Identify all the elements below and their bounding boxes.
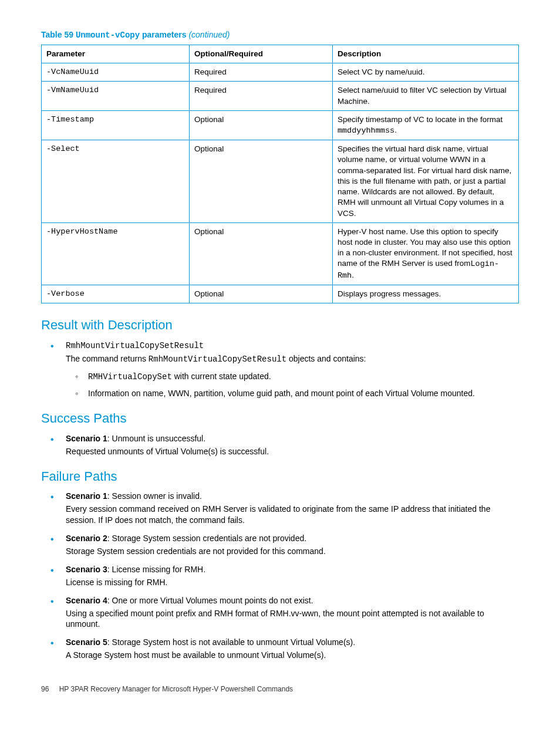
table-row: -VcNameUuid Required Select VC by name/u…	[42, 63, 519, 82]
list-item: Scenario 4: One or more Virtual Volumes …	[58, 595, 519, 630]
scenario-label: Scenario 2	[66, 534, 107, 543]
heading-failure: Failure Paths	[41, 468, 519, 485]
failure-list: Scenario 1: Session owner is invalid. Ev…	[41, 491, 519, 661]
list-item: Scenario 5: Storage System host is not a…	[58, 637, 519, 661]
param-req: Required	[190, 63, 333, 82]
scenario-label: Scenario 3	[66, 565, 107, 574]
scenario-detail: Every session command received on RMH Se…	[66, 504, 519, 526]
scenario-label: Scenario 5	[66, 637, 107, 647]
success-list: Scenario 1: Unmount is unsuccessful. Req…	[41, 433, 519, 457]
col-description: Description	[332, 45, 518, 63]
list-item: Scenario 1: Unmount is unsuccessful. Req…	[58, 433, 519, 457]
param-name: -VcNameUuid	[42, 63, 190, 82]
param-req: Optional	[190, 110, 333, 140]
table-row: -HypervHostName Optional Hyper-V host na…	[42, 222, 519, 285]
scenario-detail: Requested unmounts of Virtual Volume(s) …	[66, 446, 519, 457]
scenario-label: Scenario 1	[66, 434, 107, 443]
table-row: -Timestamp Optional Specify timestamp of…	[42, 110, 519, 140]
page-number: 96	[41, 685, 49, 693]
list-item: Scenario 3: License missing for RMH. Lic…	[58, 564, 519, 588]
parameters-table: Parameter Optional/Required Description …	[41, 45, 519, 303]
param-name: -Timestamp	[42, 110, 190, 140]
list-item: RMHVirtualCopySet with current state upd…	[82, 371, 519, 383]
param-req: Optional	[190, 285, 333, 303]
list-item: RmhMountVirtualCopySetResult The command…	[58, 340, 519, 400]
col-optional-required: Optional/Required	[190, 45, 333, 63]
list-item: Scenario 1: Session owner is invalid. Ev…	[58, 491, 519, 526]
table-row: -Verbose Optional Displays progress mess…	[42, 285, 519, 303]
table-command: Unmount-vCopy	[76, 31, 140, 40]
param-desc: Specify timestamp of VC to locate in the…	[332, 110, 518, 140]
page-footer: 96 HP 3PAR Recovery Manager for Microsof…	[41, 684, 519, 694]
param-desc: Hyper-V host name. Use this option to sp…	[332, 222, 518, 285]
scenario-detail: A Storage System host must be available …	[66, 650, 519, 661]
param-desc: Displays progress messages.	[332, 285, 518, 303]
param-name: -HypervHostName	[42, 222, 190, 285]
scenario-label: Scenario 4	[66, 596, 107, 605]
table-caption: Table 59 Unmount-vCopy parameters (conti…	[41, 29, 519, 41]
param-desc: Select name/uuid to filter VC selection …	[332, 82, 518, 110]
scenario-label: Scenario 1	[66, 491, 107, 501]
footer-title: HP 3PAR Recovery Manager for Microsoft H…	[59, 685, 293, 693]
list-item: Scenario 2: Storage System session crede…	[58, 533, 519, 557]
result-list: RmhMountVirtualCopySetResult The command…	[41, 340, 519, 400]
scenario-detail: Using a specified mount point prefix and…	[66, 608, 519, 630]
param-name: -VmNameUuid	[42, 82, 190, 110]
result-mono: RmhMountVirtualCopySetResult	[66, 341, 204, 350]
param-desc: Select VC by name/uuid.	[332, 63, 518, 82]
heading-result: Result with Description	[41, 316, 519, 334]
table-row: -VmNameUuid Required Select name/uuid to…	[42, 82, 519, 110]
param-name: -Select	[42, 140, 190, 223]
param-desc: Specifies the virtual hard disk name, vi…	[332, 140, 518, 223]
scenario-detail: License is missing for RMH.	[66, 577, 519, 588]
param-req: Optional	[190, 222, 333, 285]
heading-success: Success Paths	[41, 410, 519, 427]
table-params-word: parameters	[140, 30, 188, 39]
table-continued: (continued)	[188, 30, 230, 39]
param-req: Optional	[190, 140, 333, 223]
list-item: Information on name, WWN, partition, vol…	[82, 388, 519, 399]
table-row: -Select Optional Specifies the virtual h…	[42, 140, 519, 223]
scenario-detail: Storage System session credentials are n…	[66, 546, 519, 557]
col-parameter: Parameter	[42, 45, 190, 63]
param-name: -Verbose	[42, 285, 190, 303]
result-sublist: RMHVirtualCopySet with current state upd…	[66, 371, 519, 400]
result-line2: The command returns RmhMountVirtualCopyS…	[66, 353, 519, 365]
param-req: Required	[190, 82, 333, 110]
table-number: Table 59	[41, 30, 73, 39]
